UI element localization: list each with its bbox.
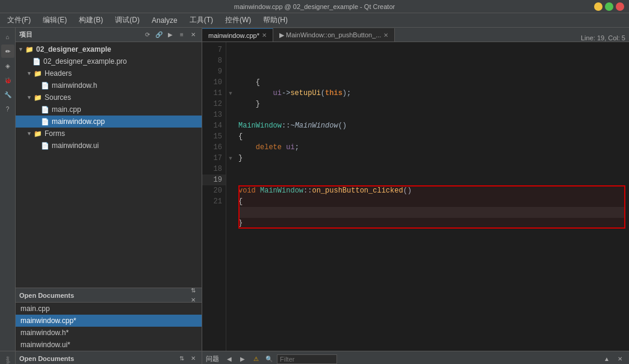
- line-num-19: 19: [202, 174, 226, 185]
- close-button[interactable]: [616, 2, 624, 11]
- fold-btn-12: [226, 99, 235, 110]
- editor-line-col: Line: 19, Col: 5: [581, 34, 625, 42]
- tree-arrow-0: ▼: [18, 46, 24, 52]
- line-num-7: 7: [202, 45, 226, 55]
- code-content[interactable]: { ui->setupUi(this); } MainWindow::~Main…: [235, 42, 629, 351]
- line-num-21: 21: [202, 196, 226, 207]
- sidebar-icon-projects[interactable]: 🔧: [1, 88, 14, 101]
- tree-item-8[interactable]: 📄mainwindow.ui: [16, 140, 202, 152]
- tree-icon-5: 📄: [41, 106, 49, 114]
- issues-toolbar: 问题 ◀ ▶ ⚠ 🔍 ▲ ✕: [202, 351, 629, 364]
- tree-label-2: Headers: [45, 69, 72, 78]
- tree-item-6[interactable]: 📄mainwindow.cpp: [16, 116, 202, 128]
- open-docs-sort-icon[interactable]: ⇅: [188, 286, 198, 295]
- tree-item-2[interactable]: ▼📁Headers: [16, 67, 202, 79]
- doc-item-1[interactable]: mainwindow.cpp*: [16, 315, 202, 327]
- project-panel-title: 项目: [19, 30, 33, 39]
- open-docs-close-icon[interactable]: ✕: [188, 295, 198, 305]
- project-collapse-icon[interactable]: ▶: [166, 30, 175, 40]
- editor-tab-close-mainwindow[interactable]: ✕: [262, 32, 267, 39]
- issues-prev-btn[interactable]: ◀: [224, 354, 235, 365]
- tree-item-7[interactable]: ▼📁Forms: [16, 128, 202, 140]
- line-num-12: 12: [202, 99, 226, 110]
- code-wrapper: { ui->setupUi(this); } MainWindow::~Main…: [238, 77, 625, 239]
- issues-panel-title: 问题: [206, 354, 219, 363]
- fold-btn-9: [226, 66, 235, 77]
- fold-btn-14: [226, 120, 235, 131]
- issues-filter-input[interactable]: [277, 354, 337, 364]
- project-header-icons: ⟳ 🔗 ▶ ≡ ✕: [143, 30, 198, 40]
- menu-item-t[interactable]: 工具(T): [185, 14, 218, 26]
- project-sync-icon[interactable]: ⟳: [143, 30, 152, 40]
- menu-item-f[interactable]: 文件(F): [2, 14, 36, 26]
- issues-close-btn[interactable]: ✕: [615, 354, 625, 365]
- doc-item-0[interactable]: main.cpp: [16, 303, 202, 315]
- sidebar-icon-help[interactable]: ?: [1, 102, 14, 116]
- fold-btn-21: [226, 196, 235, 207]
- editor-tabs: mainwindow.cpp* ✕ ▶ MainWindow::on_pushB…: [202, 28, 629, 42]
- tree-icon-1: 📄: [33, 58, 41, 66]
- open-docs-panel: Open Documents ⇅ ✕ main.cppmainwindow.cp…: [16, 288, 202, 351]
- code-line-14: }: [238, 153, 625, 164]
- editor-tab-close-function[interactable]: ✕: [383, 32, 388, 39]
- issues-expand-btn[interactable]: ▲: [601, 354, 612, 365]
- code-editor[interactable]: 789101112131415161718192021 ▼▼ { ui->set…: [202, 42, 629, 351]
- tree-item-5[interactable]: 📄main.cpp: [16, 103, 202, 116]
- tree-icon-7: 📁: [34, 130, 42, 138]
- line-num-17: 17: [202, 153, 226, 164]
- menu-item-b[interactable]: 构建(B): [74, 14, 108, 26]
- menu-item-h[interactable]: 帮助(H): [258, 14, 293, 26]
- code-line-9: }: [238, 99, 625, 110]
- line-num-10: 10: [202, 77, 226, 88]
- project-header: 项目 ⟳ 🔗 ▶ ≡ ✕: [16, 28, 202, 42]
- doc-item-2[interactable]: mainwindow.h*: [16, 327, 202, 339]
- menu-item-e[interactable]: 编辑(E): [38, 14, 72, 26]
- code-line-20: }: [238, 218, 625, 229]
- editor-tab-mainwindow-cpp[interactable]: mainwindow.cpp* ✕: [202, 28, 273, 42]
- tree-item-4[interactable]: ▼📁Sources: [16, 91, 202, 103]
- open-docs2-sort-icon[interactable]: ⇅: [177, 354, 187, 363]
- sidebar-icon-edit[interactable]: ✏: [1, 45, 14, 58]
- line-num-18: 18: [202, 164, 226, 174]
- open-docs-header: Open Documents ⇅ ✕: [16, 288, 202, 303]
- fold-btn-7: [226, 45, 235, 55]
- open-docs-header-icons: ⇅ ✕: [188, 286, 198, 305]
- doc-item-3[interactable]: mainwindow.ui*: [16, 339, 202, 351]
- sidebar-icon-welcome[interactable]: ⌂: [1, 30, 14, 43]
- maximize-button[interactable]: [605, 2, 613, 11]
- project-filter-icon[interactable]: ≡: [177, 30, 187, 40]
- sidebar-icon-debug[interactable]: 🐞: [1, 73, 14, 87]
- sidebar-icon-design[interactable]: ◈: [1, 59, 14, 72]
- tree-label-6: mainwindow.cpp: [52, 117, 105, 126]
- editor-area: mainwindow.cpp* ✕ ▶ MainWindow::on_pushB…: [202, 28, 629, 351]
- tree-icon-4: 📁: [34, 94, 42, 102]
- issues-search-icon[interactable]: 🔍: [264, 354, 274, 365]
- tree-item-3[interactable]: 📄mainwindow.h: [16, 79, 202, 91]
- line-num-13: 13: [202, 110, 226, 120]
- fold-btn-18: [226, 164, 235, 174]
- fold-gutter: ▼▼: [226, 42, 235, 351]
- fold-btn-17[interactable]: ▼: [226, 153, 235, 164]
- editor-tab-function-bar[interactable]: ▶ MainWindow::on_pushButton_... ✕: [273, 28, 395, 42]
- tree-item-0[interactable]: ▼📁02_designer_example: [16, 43, 202, 55]
- issues-warning-icon[interactable]: ⚠: [250, 354, 261, 365]
- menubar: 文件(F)编辑(E)构建(B)调试(D)Analyze工具(T)控件(W)帮助(…: [0, 13, 629, 28]
- line-num-16: 16: [202, 142, 226, 153]
- menu-item-w[interactable]: 控件(W): [220, 14, 256, 26]
- tree-label-0: 02_designer_example: [36, 45, 111, 54]
- menu-item-d[interactable]: 调试(D): [110, 14, 144, 26]
- open-docs2-close-icon[interactable]: ✕: [188, 354, 198, 363]
- issues-next-btn[interactable]: ▶: [237, 354, 248, 365]
- minimize-button[interactable]: [594, 2, 603, 11]
- fold-btn-11[interactable]: ▼: [226, 88, 235, 99]
- line-num-9: 9: [202, 66, 226, 77]
- project-close-icon[interactable]: ✕: [188, 30, 198, 40]
- code-line-10: [238, 110, 625, 120]
- menu-item-analyze[interactable]: Analyze: [147, 15, 182, 26]
- open-docs-header2: Open Documents ⇅ ✕: [16, 351, 202, 364]
- sidebar-icons: ⌂ ✏ ◈ 🐞 🔧 ?: [0, 28, 16, 351]
- window-controls: [594, 2, 624, 11]
- tree-item-1[interactable]: 📄02_designer_example.pro: [16, 55, 202, 67]
- mini-nav-lower: 02_d...mple ⌂ Debug ▶ 🔧: [0, 351, 16, 364]
- project-link-icon[interactable]: 🔗: [154, 30, 164, 40]
